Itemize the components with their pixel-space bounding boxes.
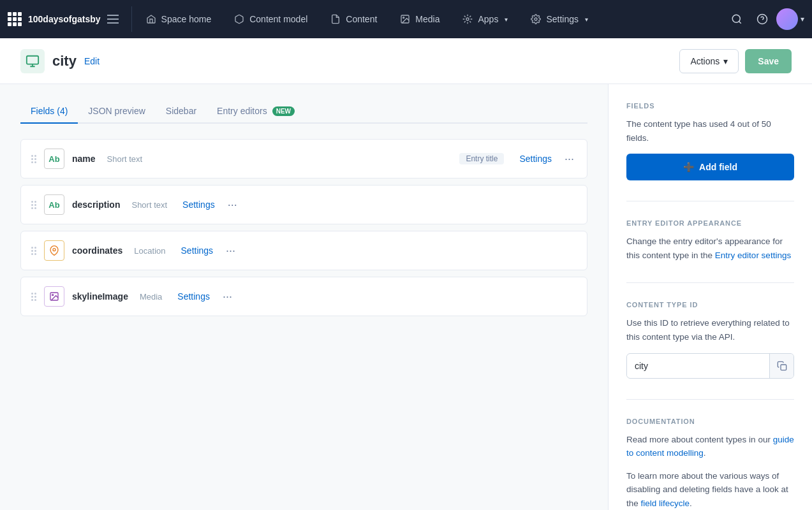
nav-item-media[interactable]: Media <box>388 0 451 38</box>
field-name: coordinates <box>72 245 122 256</box>
field-more-button[interactable]: ··· <box>225 198 240 212</box>
sidebar-doc-text-2: To learn more about the various ways of … <box>626 469 794 510</box>
svg-point-2 <box>466 18 469 20</box>
apps-chevron-icon: ▾ <box>505 16 508 23</box>
field-more-button[interactable]: ··· <box>562 152 577 166</box>
user-dropdown-chevron[interactable]: ▾ <box>801 15 804 24</box>
tab-json-preview[interactable]: JSON preview <box>78 99 155 124</box>
content-type-id-value: city <box>627 356 769 376</box>
left-panel: Fields (4) JSON preview Sidebar Entry ed… <box>0 84 608 510</box>
search-button[interactable] <box>725 8 748 31</box>
nav-label-settings: Settings <box>546 14 579 24</box>
field-icon-location <box>44 240 64 261</box>
save-button[interactable]: Save <box>745 49 792 73</box>
copy-id-button[interactable] <box>769 354 794 378</box>
field-badge: Entry title <box>459 153 504 164</box>
sidebar-separator <box>626 201 794 201</box>
actions-label: Actions <box>690 56 720 66</box>
nav-label-space-home: Space home <box>161 14 212 24</box>
nav-label-content: Content <box>346 14 377 24</box>
sidebar-content-type-id-title: CONTENT TYPE ID <box>626 301 794 309</box>
drag-handle[interactable] <box>31 293 36 301</box>
field-row-name: Ab name Short text Entry title Settings … <box>20 139 587 178</box>
field-type: Short text <box>107 154 143 164</box>
page-title: city <box>52 53 77 69</box>
tab-sidebar[interactable]: Sidebar <box>156 99 207 124</box>
content-type-icon <box>20 49 45 73</box>
field-row-skylineimage: skylineImage Media Settings ··· <box>20 277 587 316</box>
nav-item-space-home[interactable]: Space home <box>135 0 223 38</box>
sidebar-fields-title: FIELDS <box>626 102 794 110</box>
sidebar-documentation-title: DOCUMENTATION <box>626 418 794 425</box>
sidebar-entry-editor-title: ENTRY EDITOR APPEARANCE <box>626 219 794 227</box>
drag-handle[interactable] <box>31 201 36 209</box>
user-avatar[interactable] <box>776 8 798 30</box>
tab-fields-label: Fields (4) <box>31 106 68 116</box>
field-row-coordinates: coordinates Location Settings ··· <box>20 231 587 270</box>
nav-label-content-model: Content model <box>249 14 307 24</box>
field-settings-link[interactable]: Settings <box>519 154 552 164</box>
nav-item-settings[interactable]: Settings ▾ <box>519 0 600 38</box>
field-lifecycle-link[interactable]: field lifecycle <box>641 499 690 508</box>
field-more-button[interactable]: ··· <box>223 244 238 258</box>
box-icon <box>234 14 244 24</box>
field-more-button[interactable]: ··· <box>220 290 235 303</box>
add-field-plus-icon: ➕ <box>683 162 694 172</box>
entry-editor-settings-link[interactable]: Entry editor settings <box>715 251 791 260</box>
app-name: 100daysofgatsby <box>28 14 101 24</box>
add-field-button[interactable]: ➕ Add field <box>626 154 794 180</box>
sidebar-doc-text-1: Read more about content types in our gui… <box>626 433 794 460</box>
nav-item-apps[interactable]: Apps ▾ <box>451 0 519 38</box>
sidebar-documentation-section: DOCUMENTATION Read more about content ty… <box>626 418 794 510</box>
right-sidebar: FIELDS The content type has used 4 out o… <box>608 84 812 510</box>
drag-handle[interactable] <box>31 155 36 163</box>
help-icon <box>757 13 768 25</box>
drag-handle[interactable] <box>31 247 36 255</box>
svg-point-1 <box>403 17 404 18</box>
tab-sidebar-label: Sidebar <box>166 106 196 116</box>
edit-link[interactable]: Edit <box>84 56 100 66</box>
apps-grid-icon[interactable] <box>8 12 22 26</box>
sidebar-separator-3 <box>626 399 794 400</box>
search-icon <box>731 13 742 25</box>
field-name: description <box>72 200 120 210</box>
tab-entry-editors-label: Entry editors <box>217 106 267 116</box>
field-row-description: Ab description Short text Settings ··· <box>20 185 587 224</box>
field-type: Location <box>134 246 165 256</box>
image-icon <box>400 14 410 24</box>
field-icon-text: Ab <box>44 149 64 169</box>
nav-label-apps: Apps <box>478 14 498 24</box>
tab-json-preview-label: JSON preview <box>88 106 145 116</box>
svg-rect-7 <box>27 55 38 64</box>
nav-label-media: Media <box>415 14 439 24</box>
add-field-label: Add field <box>699 162 737 172</box>
svg-point-3 <box>535 18 537 20</box>
svg-point-4 <box>732 15 740 22</box>
field-name: skylineImage <box>72 291 128 302</box>
app-identity: 100daysofgatsby <box>8 12 129 26</box>
sidebar-content-type-id-description: Use this ID to retrieve everything relat… <box>626 316 794 344</box>
tab-fields[interactable]: Fields (4) <box>20 99 78 124</box>
hamburger-menu-icon[interactable] <box>107 15 119 24</box>
svg-point-10 <box>52 295 54 296</box>
actions-chevron-icon: ▾ <box>723 56 728 66</box>
page-header-actions: Actions ▾ Save <box>679 49 792 73</box>
field-type: Short text <box>131 200 167 210</box>
content-type-id-input: city <box>626 353 794 379</box>
page-header: city Edit Actions ▾ Save <box>0 38 812 84</box>
field-settings-link[interactable]: Settings <box>182 200 215 210</box>
nav-item-content[interactable]: Content <box>319 0 388 38</box>
sidebar-content-type-id-section: CONTENT TYPE ID Use this ID to retrieve … <box>626 301 794 378</box>
nav-separator <box>131 6 132 32</box>
field-settings-link[interactable]: Settings <box>177 291 210 302</box>
field-settings-link[interactable]: Settings <box>181 245 214 256</box>
actions-button[interactable]: Actions ▾ <box>679 49 739 73</box>
sidebar-separator-2 <box>626 282 794 283</box>
copy-icon <box>777 361 787 371</box>
sidebar-entry-editor-description: Change the entry editor's appearance for… <box>626 235 794 262</box>
tab-entry-editors[interactable]: Entry editors NEW <box>207 99 305 124</box>
nav-item-content-model[interactable]: Content model <box>223 0 319 38</box>
field-icon-text: Ab <box>44 194 64 215</box>
help-button[interactable] <box>751 8 774 31</box>
sidebar-fields-description: The content type has used 4 out of 50 fi… <box>626 117 794 145</box>
